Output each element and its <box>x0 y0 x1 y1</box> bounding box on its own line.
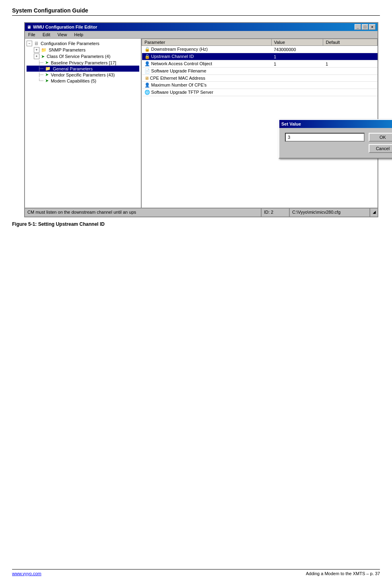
row-icon-4: 🖥 <box>144 76 149 80</box>
main-content: − 🖥 Configuration File Parameters + 📁 SN… <box>25 39 378 208</box>
row-default-3 <box>323 68 378 75</box>
footer-link[interactable]: www.vyyo.com <box>12 571 41 576</box>
tree-label-vendor: Vendor Specific Parameters (43) <box>51 72 115 77</box>
window-titlebar: 🖥 WMU Configuration File Editor _ □ × <box>25 23 378 31</box>
page-footer: www.vyyo.com Adding a Modem to the XMTS … <box>12 569 380 576</box>
menu-help[interactable]: Help <box>72 32 85 37</box>
row-value-6 <box>271 89 323 96</box>
set-value-dialog: Set Value × OK Cancel <box>279 119 392 159</box>
row-name-4: CPE Ethernet MAC Address <box>150 76 206 80</box>
tree-item-baseline[interactable]: ├─ ➤ Baseline Privacy Parameters [17] <box>27 60 139 66</box>
tree-expand-snmp[interactable]: + <box>34 47 39 53</box>
tree-root-label: Configuration File Parameters <box>41 41 99 46</box>
tree-icon-modem: ➤ <box>45 78 49 83</box>
tree-line-general: ├─ <box>38 66 43 71</box>
row-value-1: 1 <box>271 53 323 60</box>
row-default-0 <box>323 46 378 53</box>
menu-edit[interactable]: Edit <box>41 32 52 37</box>
tree-label-baseline: Baseline Privacy Parameters [17] <box>51 60 116 65</box>
row-default-2: 1 <box>323 60 378 68</box>
window-controls: _ □ × <box>355 24 375 30</box>
tree-label-modem: Modem Capabilities (5) <box>51 78 96 83</box>
row-icon-6: 🌐 <box>144 90 150 95</box>
col-parameter: Parameter <box>142 39 272 46</box>
row-name-0: Downstream Frequency (Hz) <box>151 47 208 52</box>
app-icon: 🖥 <box>27 25 31 29</box>
tree-root[interactable]: − 🖥 Configuration File Parameters <box>27 40 139 47</box>
tree-line-modem: └─ <box>38 78 43 83</box>
dialog-ok-button[interactable]: OK <box>369 133 392 142</box>
window-title-area: 🖥 WMU Configuration File Editor <box>27 25 97 29</box>
tree-expand-root[interactable]: − <box>27 41 32 46</box>
status-message: CM must listen on the downstream channel… <box>25 208 262 217</box>
dialog-titlebar: Set Value × <box>279 120 392 128</box>
table-row[interactable]: 🔒 Upstream Channel ID 1 <box>142 53 378 60</box>
tree-line-baseline: ├─ <box>38 60 43 65</box>
tree-item-general[interactable]: ├─ 📁 General Parameters <box>27 66 139 72</box>
table-row[interactable]: 🔒 Downstream Frequency (Hz) 743000000 <box>142 46 378 53</box>
table-row[interactable]: 🌐 Software Upgrade TFTP Server <box>142 89 378 96</box>
row-name-3: Software Upgrade Filename <box>151 68 206 73</box>
tree-root-icon: 🖥 <box>34 41 39 46</box>
row-name-5: Maximum Number Of CPE's <box>151 83 207 87</box>
dialog-title-text: Set Value <box>281 122 301 126</box>
close-button[interactable]: × <box>369 24 375 30</box>
tree-label-cos: Class Of Service Parameters (4) <box>47 54 110 59</box>
row-value-2: 1 <box>271 60 323 68</box>
row-default-5 <box>323 82 378 89</box>
tree-icon-snmp: 📁 <box>41 47 47 53</box>
status-file: C:\Vyyo\mic\micv280.cfg <box>290 208 370 217</box>
menu-view[interactable]: View <box>56 32 69 37</box>
dialog-buttons: OK Cancel <box>369 133 392 153</box>
minimize-button[interactable]: _ <box>355 24 361 30</box>
row-icon-5: 👤 <box>144 83 150 87</box>
param-panel: Parameter Value Default 🔒 Downstream Fre… <box>142 39 378 208</box>
table-row[interactable]: 👤 Maximum Number Of CPE's <box>142 82 378 89</box>
row-icon-3: 📄 <box>144 68 150 73</box>
row-icon-2: 👤 <box>144 61 150 66</box>
row-value-5 <box>271 82 323 89</box>
params-table: Parameter Value Default 🔒 Downstream Fre… <box>142 39 378 96</box>
row-value-4 <box>271 75 323 82</box>
row-name-2: Network Access Control Object <box>151 61 213 66</box>
tree-icon-cos: ➤ <box>41 54 45 59</box>
tree-icon-general: 📁 <box>45 66 51 71</box>
maximize-button[interactable]: □ <box>362 24 368 30</box>
table-row[interactable]: 👤 Network Access Control Object 1 1 <box>142 60 378 68</box>
tree-item-snmp[interactable]: + 📁 SNMP Parameters <box>27 47 139 53</box>
dialog-input-area <box>285 133 365 142</box>
table-row[interactable]: 📄 Software Upgrade Filename <box>142 68 378 75</box>
dialog-cancel-button[interactable]: Cancel <box>369 144 392 153</box>
tree-item-vendor[interactable]: ├─ ➤ Vendor Specific Parameters (43) <box>27 72 139 78</box>
row-icon-1: 🔒 <box>144 54 150 59</box>
footer-right: Adding a Modem to the XMTS – p. 37 <box>306 571 380 576</box>
col-value: Value <box>271 39 323 46</box>
status-bar: CM must listen on the downstream channel… <box>25 208 378 217</box>
tree-item-modem[interactable]: └─ ➤ Modem Capabilities (5) <box>27 78 139 84</box>
menu-bar: File Edit View Help <box>25 31 378 39</box>
figure-caption: Figure 5-1: Setting Upstream Channel ID <box>12 221 380 227</box>
dialog-value-input[interactable] <box>285 133 365 142</box>
tree-icon-baseline: ➤ <box>45 60 49 65</box>
row-value-3 <box>271 68 323 75</box>
tree-item-cos[interactable]: + ➤ Class Of Service Parameters (4) <box>27 53 139 60</box>
table-row[interactable]: 🖥 CPE Ethernet MAC Address <box>142 75 378 82</box>
row-default-4 <box>323 75 378 82</box>
row-name-1: Upstream Channel ID <box>151 54 194 59</box>
dialog-body: OK Cancel <box>279 128 392 158</box>
menu-file[interactable]: File <box>27 32 37 37</box>
row-default-1 <box>323 53 378 60</box>
col-default: Default <box>323 39 378 46</box>
tree-expand-cos[interactable]: + <box>34 54 39 59</box>
row-name-6: Software Upgrade TFTP Server <box>151 90 213 95</box>
tree-label-general: General Parameters <box>53 66 93 71</box>
tree-line-vendor: ├─ <box>38 72 43 77</box>
status-id: ID: 2 <box>262 208 290 217</box>
tree-label-snmp: SNMP Parameters <box>49 47 86 52</box>
row-icon-0: 🔒 <box>144 47 150 52</box>
row-default-6 <box>323 89 378 96</box>
row-value-0: 743000000 <box>271 46 323 53</box>
application-window: 🖥 WMU Configuration File Editor _ □ × Fi… <box>24 22 378 217</box>
tree-icon-vendor: ➤ <box>45 72 49 77</box>
status-resize: ◢ <box>370 208 378 217</box>
